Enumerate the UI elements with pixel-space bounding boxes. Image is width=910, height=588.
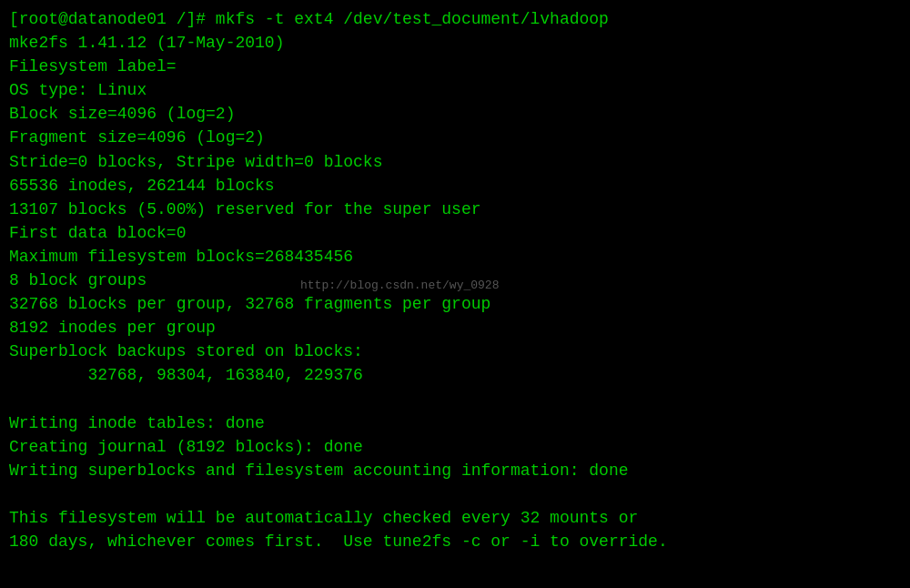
terminal-line: Stride=0 blocks, Stripe width=0 blocks — [9, 150, 901, 174]
terminal-line: [root@datanode01 /]# mkfs -t ext4 /dev/t… — [9, 7, 901, 31]
terminal-line: 32768 blocks per group, 32768 fragments … — [9, 292, 901, 316]
terminal-line: 13107 blocks (5.00%) reserved for the su… — [9, 198, 901, 221]
terminal-line: Block size=4096 (log=2) — [9, 102, 901, 126]
terminal-window: [root@datanode01 /]# mkfs -t ext4 /dev/t… — [0, 0, 910, 588]
terminal-line: This filesystem will be automatically ch… — [9, 506, 901, 530]
terminal-line: Superblock backups stored on blocks: — [9, 340, 901, 363]
terminal-line: First data block=0 — [9, 221, 901, 245]
terminal-line: Fragment size=4096 (log=2) — [9, 126, 901, 149]
terminal-line: Filesystem label= — [9, 55, 901, 78]
terminal-line: OS type: Linux — [9, 78, 901, 102]
terminal-line: 8192 inodes per group — [9, 316, 901, 340]
watermark: http://blog.csdn.net/wy_0928 — [300, 278, 499, 295]
terminal-line: Maximum filesystem blocks=268435456 — [9, 245, 901, 269]
terminal-line: 180 days, whichever comes first. Use tun… — [9, 530, 901, 553]
terminal-empty-line — [9, 388, 901, 411]
terminal-line: Writing inode tables: done — [9, 411, 901, 435]
terminal-line: Creating journal (8192 blocks): done — [9, 435, 901, 459]
terminal-line: 32768, 98304, 163840, 229376 — [9, 363, 901, 387]
terminal-line: Writing superblocks and filesystem accou… — [9, 459, 901, 482]
terminal-empty-line — [9, 482, 901, 506]
terminal-line: 65536 inodes, 262144 blocks — [9, 174, 901, 198]
terminal-line: mke2fs 1.41.12 (17-May-2010) — [9, 31, 901, 55]
